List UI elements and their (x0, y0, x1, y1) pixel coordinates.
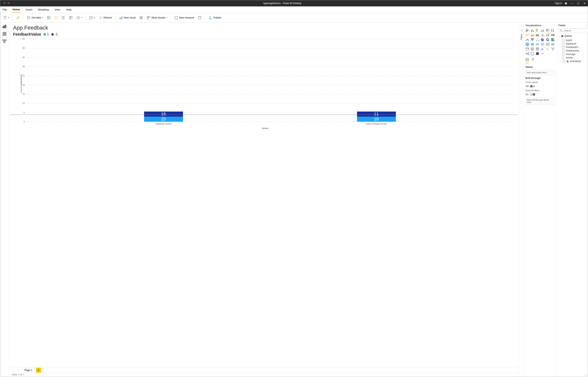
field-checkbox[interactable] (562, 57, 564, 59)
field-checkbox[interactable] (563, 60, 565, 62)
publish-button[interactable]: Publish (207, 15, 222, 20)
bar-segment[interactable]: 16 (144, 112, 183, 117)
page-tab[interactable]: Page 1 (22, 368, 35, 373)
field-item[interactable]: Screen (562, 56, 586, 59)
field-item[interactable]: FeedbackFr... (562, 46, 586, 48)
recent-sources-button[interactable]: ▾ (75, 15, 83, 20)
field-checkbox[interactable] (562, 43, 564, 45)
viz-line-icon[interactable] (525, 33, 529, 37)
minimize-icon[interactable]: — (570, 2, 574, 5)
cross-report-toggle[interactable] (530, 85, 535, 87)
menu-modeling[interactable]: Modeling (38, 7, 49, 12)
viz-decomposition-icon[interactable] (525, 52, 529, 56)
viz-donut-icon[interactable] (546, 38, 550, 42)
menu-view[interactable]: View (54, 7, 61, 12)
viz-pie-icon[interactable] (540, 38, 544, 42)
menu-insert[interactable]: Insert (25, 7, 33, 12)
bar-segment[interactable]: 25 (144, 117, 183, 122)
maximize-icon[interactable]: ▢ (576, 2, 580, 5)
paste-button[interactable]: ▾ (2, 15, 10, 20)
keep-filters-toggle[interactable] (530, 93, 535, 96)
more-visuals-button[interactable]: More visuals▾ (146, 15, 168, 20)
field-checkbox[interactable] (562, 53, 564, 55)
sql-source-button[interactable] (60, 15, 66, 20)
legend-item[interactable]: -1 (51, 32, 58, 36)
viz-filled-map-icon[interactable] (530, 42, 534, 46)
table-node[interactable]: ⌄ ▦ Query1 (558, 35, 586, 37)
next-page-button[interactable]: › (16, 368, 21, 372)
viz-slicer-icon[interactable] (525, 47, 529, 51)
signin-label[interactable]: Sign in (555, 2, 562, 5)
viz-100-stacked-bar-icon[interactable] (546, 28, 550, 32)
viz-matrix-icon[interactable] (536, 47, 540, 51)
prev-page-button[interactable]: ‹ (12, 368, 16, 372)
new-visual-button[interactable]: New visual (118, 15, 137, 20)
refresh-button[interactable]: Refresh (98, 15, 113, 20)
pbi-datasets-button[interactable] (53, 15, 59, 20)
bar-segment[interactable]: 11 (357, 112, 396, 117)
report-canvas[interactable]: App Feedback FeedbackValue 1-1 Count of … (10, 22, 519, 367)
viz-stacked-column-icon[interactable] (530, 28, 534, 32)
viz-qa-icon[interactable] (530, 52, 534, 56)
bar-group[interactable]: 1625Dashboard Screen (144, 112, 183, 122)
field-checkbox[interactable] (562, 49, 564, 52)
viz-stacked-bar-icon[interactable] (525, 28, 529, 32)
fields-search-input[interactable] (564, 29, 588, 32)
viz-card-icon[interactable] (540, 42, 544, 46)
quick-measure-button[interactable] (197, 15, 203, 20)
text-box-button[interactable]: A (138, 15, 144, 20)
excel-source-button[interactable] (46, 15, 51, 20)
field-item[interactable]: ⌄▦timestamp (562, 60, 586, 63)
viz-stacked-area-icon[interactable] (536, 33, 540, 37)
viz-more-icon[interactable] (540, 52, 544, 56)
transform-data-button[interactable]: ▾ (88, 15, 96, 20)
filters-collapse-icon[interactable]: ‹ (521, 24, 522, 27)
viz-ribbon-icon[interactable] (551, 33, 555, 37)
field-item[interactable]: message (562, 53, 586, 56)
legend-item[interactable]: 1 (44, 32, 49, 36)
undo-icon[interactable]: ↶ (4, 2, 6, 5)
filters-toggle-icon[interactable]: ◁ (520, 29, 522, 32)
viz-treemap-icon[interactable] (551, 38, 555, 42)
viz-powerapps-icon[interactable] (536, 52, 540, 56)
filters-label[interactable]: Filters (520, 34, 523, 40)
field-checkbox[interactable] (562, 39, 564, 41)
model-view-icon[interactable] (2, 39, 7, 43)
user-avatar[interactable] (565, 2, 567, 4)
viz-collapse-icon[interactable]: › (554, 24, 555, 26)
viz-key-influencers-icon[interactable] (551, 47, 555, 51)
viz-line-stacked-column-icon[interactable] (540, 33, 544, 37)
close-icon[interactable]: ✕ (583, 2, 586, 5)
viz-100-stacked-column-icon[interactable] (551, 28, 555, 32)
format-tab-icon[interactable] (531, 58, 535, 63)
fields-search[interactable]: 🔍 (558, 28, 586, 33)
viz-clustered-column-icon[interactable] (540, 28, 544, 32)
stacked-bar-chart[interactable]: Count of FeedbackValue 05101520253035404… (12, 38, 518, 130)
field-checkbox[interactable] (562, 46, 564, 48)
data-view-icon[interactable] (2, 32, 7, 36)
viz-waterfall-icon[interactable] (525, 38, 529, 42)
drill-through-well[interactable]: Add drill-through fields here (525, 97, 555, 105)
viz-r-script-icon[interactable]: R (540, 47, 544, 51)
field-item[interactable]: FeedbackVa... (562, 49, 586, 52)
viz-line-clustered-column-icon[interactable] (546, 33, 550, 37)
viz-kpi-icon[interactable] (551, 42, 555, 46)
values-well[interactable]: Add data fields here (525, 70, 555, 75)
menu-home[interactable]: Home (12, 7, 20, 13)
menu-help[interactable]: Help (66, 7, 72, 12)
viz-clustered-bar-icon[interactable] (536, 28, 540, 32)
viz-python-icon[interactable]: Py (546, 47, 550, 51)
report-view-icon[interactable] (2, 24, 7, 29)
new-measure-button[interactable]: New measure (173, 15, 195, 20)
add-page-button[interactable]: + (36, 368, 41, 373)
field-item[interactable]: AppId (562, 39, 586, 42)
bar-group[interactable]: 1118Select Colleague Screen (357, 112, 396, 122)
viz-gauge-icon[interactable] (536, 42, 540, 46)
viz-table-icon[interactable] (530, 47, 534, 51)
viz-scatter-icon[interactable] (536, 38, 540, 42)
format-painter-button[interactable] (15, 15, 21, 20)
fields-tab-icon[interactable] (525, 58, 529, 63)
viz-area-icon[interactable] (530, 33, 534, 37)
field-item[interactable]: AppName (562, 42, 586, 45)
viz-funnel-icon[interactable] (530, 38, 534, 42)
